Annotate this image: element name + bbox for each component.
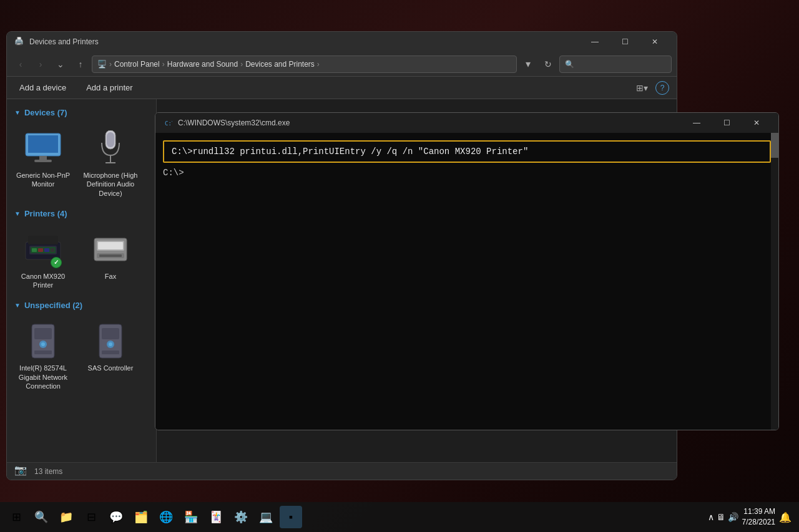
cmd-title-left: C:\ C:\WINDOWS\system32\cmd.exe [163,118,290,128]
svg-rect-13 [38,248,43,252]
cmd-minimize-button[interactable]: — [682,113,711,133]
intel-network-label: Intel(R) 82574L Gigabit Network Connecti… [14,364,72,390]
refresh-button[interactable]: ↻ [539,56,557,73]
device-item-canon-printer[interactable]: ✓ Canon MX920 Printer [12,225,74,295]
svg-rect-20 [99,254,122,257]
dropdown-button[interactable]: ⌄ [52,56,69,73]
canon-printer-icon: ✓ [23,230,63,269]
add-printer-button[interactable]: Add a printer [81,80,137,95]
add-device-button[interactable]: Add a device [14,80,71,95]
settings-button[interactable]: ⚙️ [230,506,252,528]
path-sep-2: › [162,60,165,69]
path-sep-3: › [240,60,243,69]
address-path[interactable]: 🖥️ › Control Panel › Hardware and Sound … [92,56,517,73]
path-devices-printers[interactable]: Devices and Printers [245,60,315,69]
monitor-label: Generic Non-PnP Monitor [14,171,72,189]
cmd-icon-svg: C:\ [164,118,172,127]
window-title: Devices and Printers [29,37,99,46]
cmd-command-line: C:\>rundll32 printui.dll,PrintUIEntry /y… [163,140,771,163]
store-button[interactable]: 🏪 [180,506,202,528]
network-svg [27,323,59,359]
start-button[interactable]: ⊞ [5,506,27,528]
cmd-prompt-after: C:\> [163,168,771,178]
status-left: 📷 13 items [14,464,62,479]
cmd-scrollbar[interactable] [771,133,778,430]
canon-printer-label: Canon MX920 Printer [14,272,72,290]
address-dropdown-button[interactable]: ▾ [519,56,537,73]
svg-rect-14 [44,248,49,252]
taskbar-right: ∧ 🖥 🔊 11:39 AM 7/28/2021 🔔 [708,506,799,528]
minimize-button[interactable]: — [581,32,609,52]
taskview-button[interactable]: ⊟ [80,506,102,528]
folder-taskbar-button[interactable]: 🗂️ [130,506,152,528]
search-box[interactable]: 🔍 [559,56,672,73]
network-tray-icon[interactable]: 🖥 [717,512,725,522]
unspecified-section-header[interactable]: ▼ Unspecified (2) [7,297,156,314]
taskbar-clock[interactable]: 11:39 AM 7/28/2021 [742,506,775,528]
unspecified-section-label: Unspecified (2) [24,301,82,310]
notification-icon[interactable]: 🔔 [779,511,792,523]
volume-icon[interactable]: 🔊 [728,512,738,522]
default-printer-badge: ✓ [51,257,62,268]
forward-button[interactable]: › [32,56,49,73]
printers-section-header[interactable]: ▼ Printers (4) [7,205,156,222]
device-item-monitor[interactable]: Generic Non-PnP Monitor [12,123,74,203]
camera-icon: 📷 [14,464,29,479]
cmd-body: C:\>rundll32 printui.dll,PrintUIEntry /y… [155,133,778,430]
svg-rect-18 [98,242,123,249]
device-item-microphone[interactable]: Microphone (High Definition Audio Device… [79,123,142,203]
network2-svg [94,323,127,359]
code-button[interactable]: 💻 [255,506,277,528]
toolbar: Add a device Add a printer ⊞▾ ? [7,77,677,99]
devices-panel: ▼ Devices (7) Generic Non-PnP Monitor [7,99,157,462]
fax-svg [91,233,130,266]
window-app-icon: 🖨️ [14,37,24,47]
path-sep-1: › [109,60,112,69]
svg-rect-2 [39,156,47,160]
cmd-taskbar-button[interactable]: ▪ [280,506,302,528]
cmd-maximize-button[interactable]: ☐ [712,113,741,133]
taskbar-time-text: 11:39 AM [742,506,775,517]
close-button[interactable]: ✕ [640,32,669,52]
path-icon: 🖥️ [97,60,107,69]
devices-section-header[interactable]: ▼ Devices (7) [7,104,156,121]
svg-rect-12 [32,248,37,252]
device-item-fax[interactable]: Fax [79,225,142,295]
chevron-icon[interactable]: ∧ [708,512,714,522]
svg-rect-9 [28,236,58,244]
svg-text:C:\: C:\ [165,120,172,127]
cmd-scrollbar-thumb [771,133,778,158]
teams-button[interactable]: 💬 [105,506,127,528]
path-hardware-sound[interactable]: Hardware and Sound [167,60,238,69]
devices-grid: Generic Non-PnP Monitor M [7,121,156,205]
toolbar-right: ⊞▾ ? [633,79,669,97]
window-titlebar: 🖨️ Devices and Printers — ☐ ✕ [7,32,677,52]
cmd-window-title: C:\WINDOWS\system32\cmd.exe [178,118,290,127]
svg-point-29 [109,342,112,346]
devices-section-label: Devices (7) [24,108,67,117]
taskbar-left: ⊞ 🔍 📁 ⊟ 💬 🗂️ 🌐 🏪 🃏 ⚙️ 💻 ▪ [0,506,302,528]
svg-rect-25 [34,351,52,354]
monitor-icon [23,128,63,168]
device-item-sas-controller[interactable]: SAS Controller [79,316,142,395]
maximize-button[interactable]: ☐ [610,32,639,52]
printers-section-label: Printers (4) [24,209,67,218]
search-taskbar-button[interactable]: 🔍 [30,506,52,528]
systray: ∧ 🖥 🔊 [708,512,738,522]
back-button[interactable]: ‹ [12,56,29,73]
cmd-close-button[interactable]: ✕ [742,113,771,133]
device-item-intel-network[interactable]: Intel(R) 82574L Gigabit Network Connecti… [12,316,74,395]
cmd-controls: — ☐ ✕ [682,113,771,133]
help-button[interactable]: ? [655,81,669,95]
solitaire-button[interactable]: 🃏 [205,506,227,528]
file-explorer-taskbar-button[interactable]: 📁 [55,506,77,528]
svg-rect-15 [51,248,54,252]
fax-icon [91,230,130,269]
up-button[interactable]: ↑ [72,56,89,73]
title-left: 🖨️ Devices and Printers [14,37,99,47]
printers-chevron: ▼ [14,210,21,217]
edge-button[interactable]: 🌐 [155,506,177,528]
view-options-button[interactable]: ⊞▾ [633,79,650,97]
devices-chevron: ▼ [14,109,21,116]
path-control-panel[interactable]: Control Panel [114,60,160,69]
